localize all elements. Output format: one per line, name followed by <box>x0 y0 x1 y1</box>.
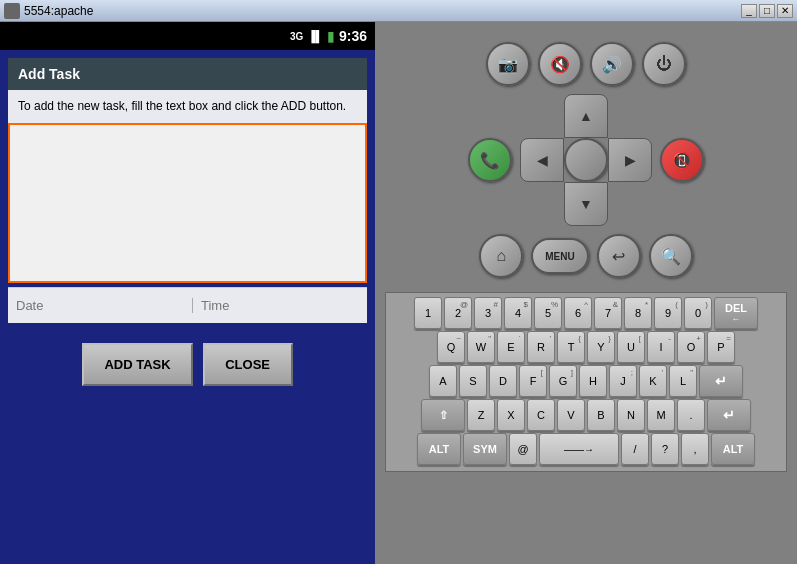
middle-row: 📞 ▲ ◀ ▶ ▼ 📵 <box>468 94 704 226</box>
key-l[interactable]: "L <box>669 365 697 397</box>
key-1[interactable]: 1 <box>414 297 442 329</box>
key-u[interactable]: [U <box>617 331 645 363</box>
key-p[interactable]: =P <box>707 331 735 363</box>
key-v[interactable]: V <box>557 399 585 431</box>
dpad-right-button[interactable]: ▶ <box>608 138 652 182</box>
key-e[interactable]: `E <box>497 331 525 363</box>
signal-bars-icon: ▐▌ <box>307 30 323 42</box>
close-window-button[interactable]: ✕ <box>777 4 793 18</box>
key-c[interactable]: C <box>527 399 555 431</box>
key-space[interactable]: ——→ <box>539 433 619 465</box>
search-button[interactable]: 🔍 <box>649 234 693 278</box>
key-3[interactable]: #3 <box>474 297 502 329</box>
add-task-button[interactable]: ADD TASK <box>82 343 192 386</box>
window-icon <box>4 3 20 19</box>
key-f[interactable]: [F <box>519 365 547 397</box>
key-enter2[interactable]: ↵ <box>707 399 751 431</box>
key-t[interactable]: {T <box>557 331 585 363</box>
home-button[interactable]: ⌂ <box>479 234 523 278</box>
key-j[interactable]: ;J <box>609 365 637 397</box>
key-at[interactable]: @ <box>509 433 537 465</box>
date-field[interactable] <box>8 298 192 313</box>
key-question[interactable]: ? <box>651 433 679 465</box>
app-header: Add Task <box>8 58 367 90</box>
key-s[interactable]: S <box>459 365 487 397</box>
battery-icon: ▮ <box>327 28 335 44</box>
instruction-text: To add the new task, fill the text box a… <box>18 98 357 115</box>
key-7[interactable]: &7 <box>594 297 622 329</box>
key-h[interactable]: H <box>579 365 607 397</box>
phone-panel: 3G ▐▌ ▮ 9:36 Add Task To add the new tas… <box>0 22 375 564</box>
key-o[interactable]: +O <box>677 331 705 363</box>
key-period[interactable]: . <box>677 399 705 431</box>
call-button[interactable]: 📞 <box>468 138 512 182</box>
kb-row-bottom: ALT SYM @ ——→ / ? , ALT <box>390 433 782 465</box>
menu-button[interactable]: MENU <box>531 238 588 274</box>
window-controls: _ □ ✕ <box>741 4 793 18</box>
power-button[interactable]: ⏻ <box>642 42 686 86</box>
key-w[interactable]: "W <box>467 331 495 363</box>
app-body: To add the new task, fill the text box a… <box>8 90 367 123</box>
key-d[interactable]: D <box>489 365 517 397</box>
kb-row-z: ⇧ Z X C V B N M . ↵ <box>390 399 782 431</box>
key-q[interactable]: ~Q <box>437 331 465 363</box>
key-slash[interactable]: / <box>621 433 649 465</box>
key-g[interactable]: ]G <box>549 365 577 397</box>
main-content: 3G ▐▌ ▮ 9:36 Add Task To add the new tas… <box>0 22 797 564</box>
key-alt-right[interactable]: ALT <box>711 433 755 465</box>
phone-controls: 📷 🔇 🔊 ⏻ 📞 ▲ ◀ ▶ ▼ <box>468 42 704 278</box>
key-enter[interactable]: ↵ <box>699 365 743 397</box>
key-2[interactable]: @2 <box>444 297 472 329</box>
dpad-left-button[interactable]: ◀ <box>520 138 564 182</box>
key-b[interactable]: B <box>587 399 615 431</box>
key-4[interactable]: $4 <box>504 297 532 329</box>
maximize-button[interactable]: □ <box>759 4 775 18</box>
add-task-card: Add Task To add the new task, fill the t… <box>8 58 367 323</box>
key-9[interactable]: (9 <box>654 297 682 329</box>
dpad-empty-tr <box>608 94 652 138</box>
key-i[interactable]: -I <box>647 331 675 363</box>
controls-panel: 📷 🔇 🔊 ⏻ 📞 ▲ ◀ ▶ ▼ <box>375 22 797 564</box>
key-k[interactable]: 'K <box>639 365 667 397</box>
kb-row-a: A S D [F ]G H ;J 'K "L ↵ <box>390 365 782 397</box>
task-input[interactable] <box>8 123 367 283</box>
camera-button[interactable]: 📷 <box>486 42 530 86</box>
key-5[interactable]: %5 <box>534 297 562 329</box>
dpad-empty-tl <box>520 94 564 138</box>
key-a[interactable]: A <box>429 365 457 397</box>
key-n[interactable]: N <box>617 399 645 431</box>
volume-down-button[interactable]: 🔇 <box>538 42 582 86</box>
time-field[interactable] <box>192 298 378 313</box>
minimize-button[interactable]: _ <box>741 4 757 18</box>
end-call-button[interactable]: 📵 <box>660 138 704 182</box>
kb-row-q: ~Q "W `E 'R {T }Y [U -I +O =P <box>390 331 782 363</box>
key-y[interactable]: }Y <box>587 331 615 363</box>
title-bar: 5554:apache _ □ ✕ <box>0 0 797 22</box>
top-buttons-row: 📷 🔇 🔊 ⏻ <box>486 42 686 86</box>
key-shift[interactable]: ⇧ <box>421 399 465 431</box>
app-area: Add Task To add the new task, fill the t… <box>0 50 375 564</box>
key-6[interactable]: ^6 <box>564 297 592 329</box>
signal-3g-icon: 3G <box>290 31 303 42</box>
key-x[interactable]: X <box>497 399 525 431</box>
key-sym[interactable]: SYM <box>463 433 507 465</box>
dpad-center-button[interactable] <box>564 138 608 182</box>
key-m[interactable]: M <box>647 399 675 431</box>
key-delete[interactable]: DEL← <box>714 297 758 329</box>
status-bar: 3G ▐▌ ▮ 9:36 <box>0 22 375 50</box>
key-8[interactable]: *8 <box>624 297 652 329</box>
keyboard: 1 @2 #3 $4 %5 ^6 &7 *8 (9 )0 DEL← ~Q "W … <box>385 292 787 472</box>
key-comma[interactable]: , <box>681 433 709 465</box>
dpad-down-button[interactable]: ▼ <box>564 182 608 226</box>
date-time-row: Set Time <box>8 287 367 323</box>
key-alt-left[interactable]: ALT <box>417 433 461 465</box>
back-button[interactable]: ↩ <box>597 234 641 278</box>
dpad: ▲ ◀ ▶ ▼ <box>520 94 652 226</box>
dpad-up-button[interactable]: ▲ <box>564 94 608 138</box>
close-button[interactable]: CLOSE <box>203 343 293 386</box>
key-z[interactable]: Z <box>467 399 495 431</box>
volume-up-button[interactable]: 🔊 <box>590 42 634 86</box>
key-r[interactable]: 'R <box>527 331 555 363</box>
key-0[interactable]: )0 <box>684 297 712 329</box>
bottom-controls-row: ⌂ MENU ↩ 🔍 <box>479 234 692 278</box>
